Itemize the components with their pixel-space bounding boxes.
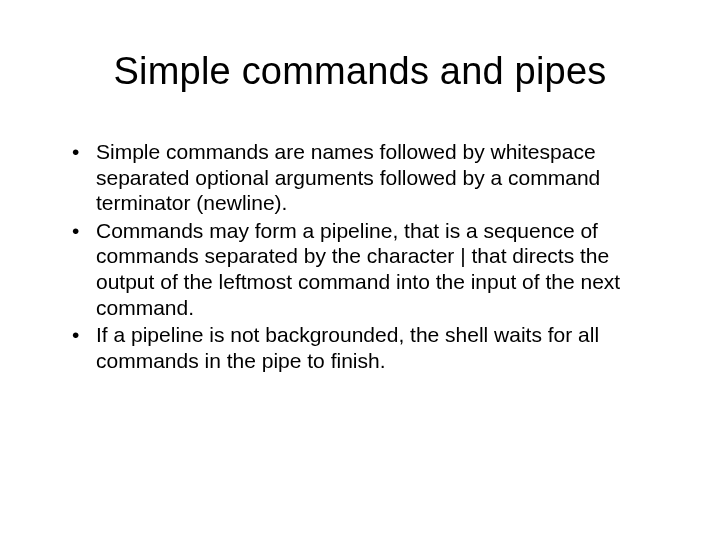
list-item: Commands may form a pipeline, that is a … [66,218,654,320]
list-item: If a pipeline is not backgrounded, the s… [66,322,654,373]
list-item: Simple commands are names followed by wh… [66,139,654,216]
slide: Simple commands and pipes Simple command… [0,0,720,540]
bullet-list: Simple commands are names followed by wh… [60,139,660,373]
slide-title: Simple commands and pipes [60,50,660,93]
